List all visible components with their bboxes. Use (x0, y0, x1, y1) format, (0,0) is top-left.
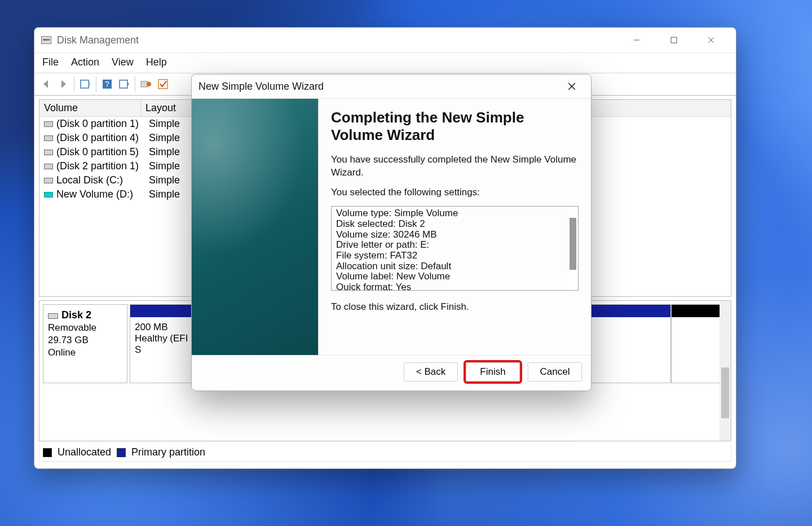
volume-name: (Disk 0 partition 4) (56, 132, 147, 144)
volume-name: (Disk 0 partition 5) (56, 146, 147, 158)
volume-name: (Disk 0 partition 1) (56, 118, 147, 130)
volume-name: New Volume (D:) (56, 189, 147, 200)
partition-size: 200 MB (135, 322, 192, 333)
cancel-button[interactable]: Cancel (528, 362, 582, 382)
menu-help[interactable]: Help (146, 56, 167, 68)
menu-view[interactable]: View (112, 56, 134, 68)
legend-swatch-unallocated (43, 448, 52, 457)
minimize-button[interactable] (624, 32, 649, 49)
close-button[interactable] (699, 32, 723, 49)
volume-name: Local Disk (C:) (56, 174, 147, 186)
svg-rect-4 (81, 80, 89, 88)
partition-block-efi[interactable]: 200 MB Healthy (EFI S (130, 304, 197, 383)
app-icon (41, 36, 51, 44)
partition-bar (130, 305, 197, 317)
toolbar-forward-icon[interactable] (55, 76, 72, 93)
maximize-button[interactable] (661, 32, 686, 49)
partition-status: Healthy (EFI S (135, 333, 192, 356)
volume-icon (44, 192, 53, 198)
toolbar-back-icon[interactable] (38, 76, 55, 93)
svg-text:?: ? (105, 80, 109, 89)
svg-rect-1 (671, 37, 677, 43)
partition-bar (672, 305, 727, 317)
volume-icon (44, 121, 53, 127)
window-title: Disk Management (57, 34, 139, 46)
toolbar-check-icon[interactable] (155, 76, 171, 93)
wizard-success-text: You have successfully completed the New … (331, 154, 579, 179)
scrollbar-thumb[interactable] (570, 218, 576, 270)
wizard-heading: Completing the New Simple Volume Wizard (331, 109, 579, 143)
volume-icon (44, 178, 53, 183)
legend-label-primary: Primary partition (131, 446, 205, 458)
summary-line: Allocation unit size: Default (336, 261, 573, 272)
wizard-settings-intro: You selected the following settings: (331, 186, 579, 199)
toolbar-refresh-icon[interactable] (116, 76, 133, 93)
summary-line: Volume size: 30246 MB (336, 230, 573, 240)
legend-swatch-primary (117, 448, 126, 457)
menu-action[interactable]: Action (71, 56, 99, 68)
toolbar-properties-icon[interactable] (77, 76, 94, 93)
svg-point-10 (147, 82, 151, 86)
volume-icon (44, 150, 53, 155)
summary-line: File system: FAT32 (336, 251, 573, 261)
finish-button[interactable]: Finish (466, 362, 520, 382)
wizard-title-bar[interactable]: New Simple Volume Wizard (192, 74, 591, 98)
window-controls (624, 32, 731, 49)
wizard-sidebar-graphic (192, 99, 319, 355)
wizard-settings-summary[interactable]: Volume type: Simple VolumeDisk selected:… (331, 206, 579, 291)
wizard-close-button[interactable] (559, 78, 584, 95)
svg-rect-5 (88, 81, 90, 87)
summary-scrollbar[interactable] (568, 207, 578, 290)
disk-title: Disk 2 (61, 309, 91, 321)
column-header-volume[interactable]: Volume (39, 100, 141, 116)
summary-line: Drive letter or path: E: (336, 240, 573, 251)
wizard-content: Completing the New Simple Volume Wizard … (319, 99, 591, 355)
drive-icon (48, 313, 58, 319)
wizard-footer: < Back Finish Cancel (192, 355, 591, 391)
summary-line: Quick format: Yes (336, 282, 573, 291)
summary-line: Volume type: Simple Volume (336, 208, 573, 219)
disk-size: 29.73 GB (48, 335, 122, 346)
volume-icon (44, 135, 53, 141)
disk-view-scrollbar[interactable] (720, 301, 731, 441)
menu-bar: File Action View Help (34, 52, 736, 73)
title-bar[interactable]: Disk Management (34, 28, 736, 52)
volume-icon (44, 164, 53, 169)
disk-info-panel[interactable]: Disk 2 Removable 29.73 GB Online (43, 304, 127, 383)
wizard-closing-text: To close this wizard, click Finish. (331, 301, 579, 314)
disk-type: Removable (48, 322, 122, 334)
toolbar-help-icon[interactable]: ? (99, 76, 116, 93)
back-button[interactable]: < Back (404, 362, 458, 382)
scrollbar-thumb[interactable] (721, 367, 729, 418)
disk-status: Online (48, 347, 122, 358)
svg-rect-11 (158, 80, 167, 89)
summary-line: Volume label: New Volume (336, 271, 573, 282)
volume-name: (Disk 2 partition 1) (56, 160, 147, 172)
partition-block-unallocated[interactable] (671, 304, 727, 383)
menu-file[interactable]: File (42, 56, 59, 68)
summary-line: Disk selected: Disk 2 (336, 219, 573, 230)
legend-label-unallocated: Unallocated (58, 446, 111, 458)
wizard-title: New Simple Volume Wizard (198, 81, 324, 93)
legend: Unallocated Primary partition (39, 444, 731, 462)
new-simple-volume-wizard: New Simple Volume Wizard Completing the … (191, 74, 592, 391)
svg-rect-8 (120, 80, 127, 88)
toolbar-settings-icon[interactable] (138, 76, 155, 93)
